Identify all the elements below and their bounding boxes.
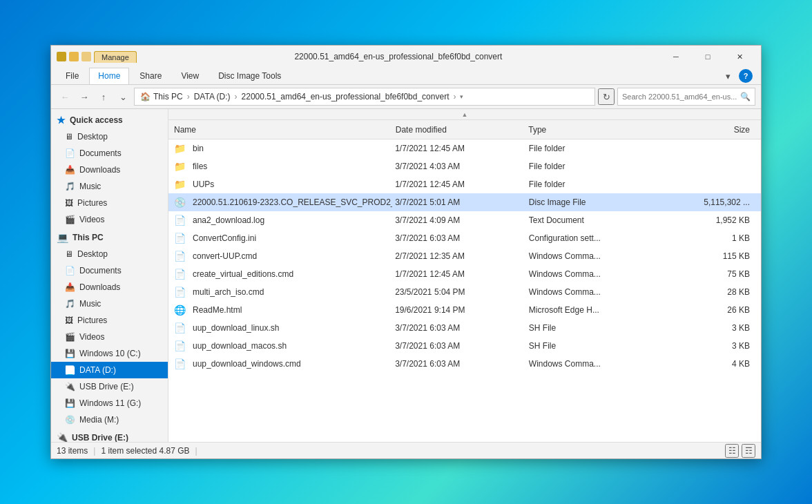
path-current-folder[interactable]: 22000.51_amd64_en-us_professional_bfe6f0… (242, 92, 450, 101)
file-row-readme[interactable]: 🌐ReadMe.html 19/6/2021 9:14 PM Microsoft… (168, 301, 761, 319)
minimize-button[interactable]: ─ (660, 46, 692, 68)
cmd-icon-multi: 📄 (174, 287, 186, 298)
sort-up-arrow: ▲ (462, 111, 468, 118)
folder-icon-files: 📁 (174, 161, 186, 172)
this-pc-documents-icon: 📄 (65, 266, 75, 275)
folder-icon-uups: 📁 (174, 179, 186, 190)
html-icon-readme: 🌐 (174, 304, 186, 316)
sidebar-item-this-pc-downloads[interactable]: 📥 Downloads (51, 279, 168, 295)
ribbon-expand-button[interactable]: ▾ (719, 68, 736, 84)
close-button[interactable]: ✕ (724, 46, 755, 68)
path-data-drive[interactable]: DATA (D:) (194, 92, 231, 101)
details-view-button[interactable]: ☷ (725, 444, 739, 458)
address-path[interactable]: 🏠 This PC › DATA (D:) › 22000.51_amd64_e… (134, 88, 595, 106)
file-area: ▲ Name Date modified Type Size 📁bin 1/7/… (168, 109, 761, 442)
file-row-windows-cmd[interactable]: 📄uup_download_windows.cmd 3/7/2021 6:03 … (168, 355, 761, 373)
help-button[interactable]: ? (739, 69, 753, 83)
col-header-size[interactable]: Size (661, 125, 755, 135)
file-list: 📁bin 1/7/2021 12:45 AM File folder 📁file… (168, 139, 761, 442)
sidebar-quick-access-label: Quick access (70, 115, 123, 125)
explorer-window: Manage 22000.51_amd64_en-us_professional… (50, 45, 762, 459)
text-icon-ana2: 📄 (174, 215, 186, 226)
col-header-name[interactable]: Name (174, 125, 396, 135)
documents-icon: 📄 (65, 148, 75, 158)
path-chevron-icon: ▾ (460, 93, 463, 100)
refresh-button[interactable]: ↻ (598, 88, 615, 105)
large-icons-view-button[interactable]: ☶ (742, 444, 755, 458)
file-row-convertconfig[interactable]: 📄ConvertConfig.ini 3/7/2021 6:03 AM Conf… (168, 229, 761, 247)
sidebar-item-pictures[interactable]: 🖼 Pictures (51, 195, 168, 211)
sidebar-usb-header[interactable]: 🔌 USB Drive (E:) (51, 429, 168, 442)
up-button[interactable]: ↑ (95, 88, 112, 105)
maximize-button[interactable]: □ (692, 46, 724, 68)
sidebar-item-media-drive[interactable]: 💿 Media (M:) (51, 411, 168, 428)
file-row-multi-arch[interactable]: 📄multi_arch_iso.cmd 23/5/2021 5:04 PM Wi… (168, 283, 761, 301)
search-box[interactable]: 🔍 (617, 88, 755, 106)
file-row-convert-uup[interactable]: 📄convert-UUP.cmd 2/7/2021 12:35 AM Windo… (168, 247, 761, 265)
address-bar: ← → ↑ ⌄ 🏠 This PC › DATA (D:) › 22000.51… (51, 85, 761, 109)
manage-tab[interactable]: Manage (94, 51, 137, 63)
forward-button[interactable]: → (76, 88, 93, 105)
app-icon-2 (69, 52, 79, 61)
quick-access-icon: ★ (57, 115, 66, 126)
selected-info: 1 item selected 4.87 GB (101, 446, 189, 456)
this-pc-desktop-icon: 🖥 (65, 249, 73, 259)
sidebar-item-this-pc-desktop[interactable]: 🖥 Desktop (51, 246, 168, 262)
path-home-icon: 🏠 (140, 92, 151, 101)
tab-share[interactable]: Share (130, 68, 171, 84)
sidebar-item-music[interactable]: 🎵 Music (51, 178, 168, 195)
sidebar: ★ Quick access 🖥 Desktop 📄 Documents 📥 D… (51, 109, 168, 442)
win10-drive-icon: 💾 (65, 349, 75, 358)
sidebar-usb-label: USB Drive (E:) (72, 433, 128, 443)
file-row-iso[interactable]: 💿22000.51.210619-2323.CO_RELEASE_SVC_PRO… (168, 193, 761, 211)
file-row-bin[interactable]: 📁bin 1/7/2021 12:45 AM File folder (168, 139, 761, 157)
col-header-date[interactable]: Date modified (396, 125, 528, 135)
search-icon: 🔍 (740, 92, 751, 101)
media-drive-icon: 💿 (65, 415, 75, 425)
tab-view[interactable]: View (172, 68, 208, 84)
titlebar-app-icons (57, 52, 91, 61)
pictures-icon: 🖼 (65, 198, 73, 208)
tab-disc-image-tools[interactable]: Disc Image Tools (209, 68, 290, 84)
sidebar-this-pc-header[interactable]: 💻 This PC (51, 229, 168, 246)
cmd-icon-convert: 📄 (174, 251, 186, 262)
tab-home[interactable]: Home (89, 68, 129, 84)
sidebar-item-this-pc-music[interactable]: 🎵 Music (51, 295, 168, 312)
window-title: 22000.51_amd64_en-us_professional_bfe6f0… (139, 52, 657, 61)
ribbon-tabs: File Home Share View Disc Image Tools ▾ … (51, 68, 761, 85)
sidebar-item-documents[interactable]: 📄 Documents (51, 145, 168, 162)
file-row-uups[interactable]: 📁UUPs 1/7/2021 12:45 AM File folder (168, 175, 761, 193)
sidebar-this-pc-label: This PC (72, 233, 104, 242)
cmd-icon-windows: 📄 (174, 358, 186, 369)
file-row-create-virtual[interactable]: 📄create_virtual_editions.cmd 1/7/2021 12… (168, 265, 761, 283)
sidebar-item-data-drive[interactable]: 💾 DATA (D:) (51, 362, 168, 378)
sidebar-item-win11-drive[interactable]: 💾 Windows 11 (G:) (51, 395, 168, 411)
file-row-macos-sh[interactable]: 📄uup_download_macos.sh 3/7/2021 6:03 AM … (168, 337, 761, 355)
tab-file[interactable]: File (57, 68, 88, 84)
file-row-ana2[interactable]: 📄ana2_download.log 3/7/2021 4:09 AM Text… (168, 211, 761, 229)
sidebar-this-pc-section: 💻 This PC 🖥 Desktop 📄 Documents 📥 Downlo… (51, 229, 168, 428)
sh-icon-macos: 📄 (174, 340, 186, 351)
usb-icon: 🔌 (57, 432, 68, 442)
file-row-files[interactable]: 📁files 3/7/2021 4:03 AM File folder (168, 157, 761, 175)
recent-locations-button[interactable]: ⌄ (115, 88, 131, 105)
sidebar-item-desktop[interactable]: 🖥 Desktop (51, 128, 168, 145)
sidebar-item-this-pc-documents[interactable]: 📄 Documents (51, 262, 168, 279)
search-input[interactable] (622, 93, 737, 101)
sidebar-item-downloads[interactable]: 📥 Downloads (51, 162, 168, 178)
sidebar-item-this-pc-videos[interactable]: 🎬 Videos (51, 329, 168, 345)
status-bar: 13 items | 1 item selected 4.87 GB | ☷ ☶ (51, 442, 761, 458)
back-button[interactable]: ← (57, 88, 73, 105)
music-icon: 🎵 (65, 182, 75, 191)
sidebar-item-videos[interactable]: 🎬 Videos (51, 211, 168, 228)
sidebar-item-this-pc-pictures[interactable]: 🖼 Pictures (51, 312, 168, 329)
sidebar-item-usb-drive-e[interactable]: 🔌 USB Drive (E:) (51, 378, 168, 395)
file-row-linux-sh[interactable]: 📄uup_download_linux.sh 3/7/2021 6:03 AM … (168, 319, 761, 337)
window-controls: ─ □ ✕ (660, 46, 755, 68)
sidebar-item-win10-drive[interactable]: 💾 Windows 10 (C:) (51, 345, 168, 362)
sidebar-quick-access-header[interactable]: ★ Quick access (51, 112, 168, 128)
this-pc-videos-icon: 🎬 (65, 332, 75, 342)
col-header-type[interactable]: Type (528, 125, 661, 135)
this-pc-pictures-icon: 🖼 (65, 316, 73, 325)
path-this-pc[interactable]: This PC (153, 92, 183, 101)
